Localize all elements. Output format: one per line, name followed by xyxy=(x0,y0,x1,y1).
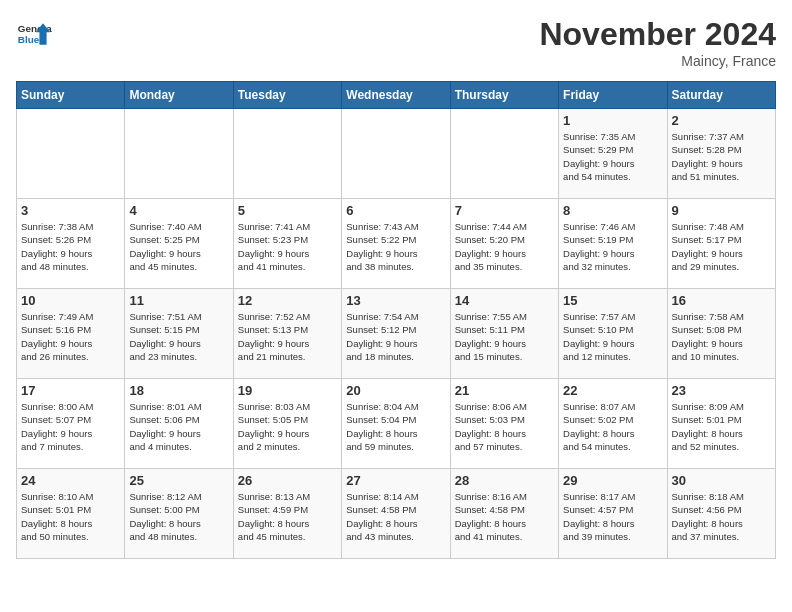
day-info: Sunrise: 8:07 AM Sunset: 5:02 PM Dayligh… xyxy=(563,400,662,453)
day-number: 10 xyxy=(21,293,120,308)
calendar-cell xyxy=(233,109,341,199)
day-info: Sunrise: 7:44 AM Sunset: 5:20 PM Dayligh… xyxy=(455,220,554,273)
day-number: 20 xyxy=(346,383,445,398)
day-number: 3 xyxy=(21,203,120,218)
calendar-cell xyxy=(17,109,125,199)
calendar-cell: 18Sunrise: 8:01 AM Sunset: 5:06 PM Dayli… xyxy=(125,379,233,469)
day-info: Sunrise: 8:01 AM Sunset: 5:06 PM Dayligh… xyxy=(129,400,228,453)
day-number: 17 xyxy=(21,383,120,398)
calendar-cell: 4Sunrise: 7:40 AM Sunset: 5:25 PM Daylig… xyxy=(125,199,233,289)
day-info: Sunrise: 8:04 AM Sunset: 5:04 PM Dayligh… xyxy=(346,400,445,453)
calendar-cell xyxy=(450,109,558,199)
day-number: 4 xyxy=(129,203,228,218)
day-info: Sunrise: 7:43 AM Sunset: 5:22 PM Dayligh… xyxy=(346,220,445,273)
weekday-wednesday: Wednesday xyxy=(342,82,450,109)
day-number: 7 xyxy=(455,203,554,218)
day-number: 21 xyxy=(455,383,554,398)
day-info: Sunrise: 7:48 AM Sunset: 5:17 PM Dayligh… xyxy=(672,220,771,273)
calendar-cell: 23Sunrise: 8:09 AM Sunset: 5:01 PM Dayli… xyxy=(667,379,775,469)
weekday-saturday: Saturday xyxy=(667,82,775,109)
day-number: 24 xyxy=(21,473,120,488)
calendar-cell: 14Sunrise: 7:55 AM Sunset: 5:11 PM Dayli… xyxy=(450,289,558,379)
day-number: 18 xyxy=(129,383,228,398)
day-info: Sunrise: 7:51 AM Sunset: 5:15 PM Dayligh… xyxy=(129,310,228,363)
day-number: 15 xyxy=(563,293,662,308)
day-number: 8 xyxy=(563,203,662,218)
calendar-cell: 3Sunrise: 7:38 AM Sunset: 5:26 PM Daylig… xyxy=(17,199,125,289)
calendar-cell: 29Sunrise: 8:17 AM Sunset: 4:57 PM Dayli… xyxy=(559,469,667,559)
calendar-table: SundayMondayTuesdayWednesdayThursdayFrid… xyxy=(16,81,776,559)
day-number: 19 xyxy=(238,383,337,398)
calendar-cell: 1Sunrise: 7:35 AM Sunset: 5:29 PM Daylig… xyxy=(559,109,667,199)
day-number: 1 xyxy=(563,113,662,128)
day-number: 22 xyxy=(563,383,662,398)
month-title: November 2024 xyxy=(539,16,776,53)
calendar-cell: 19Sunrise: 8:03 AM Sunset: 5:05 PM Dayli… xyxy=(233,379,341,469)
day-number: 11 xyxy=(129,293,228,308)
day-info: Sunrise: 7:49 AM Sunset: 5:16 PM Dayligh… xyxy=(21,310,120,363)
calendar-cell: 13Sunrise: 7:54 AM Sunset: 5:12 PM Dayli… xyxy=(342,289,450,379)
day-info: Sunrise: 8:12 AM Sunset: 5:00 PM Dayligh… xyxy=(129,490,228,543)
location: Maincy, France xyxy=(539,53,776,69)
day-number: 23 xyxy=(672,383,771,398)
calendar-cell: 8Sunrise: 7:46 AM Sunset: 5:19 PM Daylig… xyxy=(559,199,667,289)
day-info: Sunrise: 7:38 AM Sunset: 5:26 PM Dayligh… xyxy=(21,220,120,273)
day-info: Sunrise: 8:13 AM Sunset: 4:59 PM Dayligh… xyxy=(238,490,337,543)
day-info: Sunrise: 7:37 AM Sunset: 5:28 PM Dayligh… xyxy=(672,130,771,183)
calendar-cell: 28Sunrise: 8:16 AM Sunset: 4:58 PM Dayli… xyxy=(450,469,558,559)
calendar-cell: 24Sunrise: 8:10 AM Sunset: 5:01 PM Dayli… xyxy=(17,469,125,559)
day-number: 25 xyxy=(129,473,228,488)
weekday-friday: Friday xyxy=(559,82,667,109)
day-info: Sunrise: 8:17 AM Sunset: 4:57 PM Dayligh… xyxy=(563,490,662,543)
calendar-cell: 11Sunrise: 7:51 AM Sunset: 5:15 PM Dayli… xyxy=(125,289,233,379)
calendar-cell: 26Sunrise: 8:13 AM Sunset: 4:59 PM Dayli… xyxy=(233,469,341,559)
day-info: Sunrise: 7:57 AM Sunset: 5:10 PM Dayligh… xyxy=(563,310,662,363)
calendar-cell: 2Sunrise: 7:37 AM Sunset: 5:28 PM Daylig… xyxy=(667,109,775,199)
weekday-monday: Monday xyxy=(125,82,233,109)
day-number: 26 xyxy=(238,473,337,488)
day-number: 12 xyxy=(238,293,337,308)
weekday-thursday: Thursday xyxy=(450,82,558,109)
day-info: Sunrise: 7:58 AM Sunset: 5:08 PM Dayligh… xyxy=(672,310,771,363)
calendar-cell: 20Sunrise: 8:04 AM Sunset: 5:04 PM Dayli… xyxy=(342,379,450,469)
day-info: Sunrise: 8:00 AM Sunset: 5:07 PM Dayligh… xyxy=(21,400,120,453)
day-info: Sunrise: 7:52 AM Sunset: 5:13 PM Dayligh… xyxy=(238,310,337,363)
calendar-body: 1Sunrise: 7:35 AM Sunset: 5:29 PM Daylig… xyxy=(17,109,776,559)
title-block: November 2024 Maincy, France xyxy=(539,16,776,69)
calendar-week-5: 24Sunrise: 8:10 AM Sunset: 5:01 PM Dayli… xyxy=(17,469,776,559)
day-info: Sunrise: 7:41 AM Sunset: 5:23 PM Dayligh… xyxy=(238,220,337,273)
day-number: 2 xyxy=(672,113,771,128)
day-info: Sunrise: 8:03 AM Sunset: 5:05 PM Dayligh… xyxy=(238,400,337,453)
day-info: Sunrise: 7:35 AM Sunset: 5:29 PM Dayligh… xyxy=(563,130,662,183)
day-number: 5 xyxy=(238,203,337,218)
day-info: Sunrise: 7:46 AM Sunset: 5:19 PM Dayligh… xyxy=(563,220,662,273)
calendar-cell: 27Sunrise: 8:14 AM Sunset: 4:58 PM Dayli… xyxy=(342,469,450,559)
weekday-header-row: SundayMondayTuesdayWednesdayThursdayFrid… xyxy=(17,82,776,109)
day-info: Sunrise: 8:18 AM Sunset: 4:56 PM Dayligh… xyxy=(672,490,771,543)
calendar-cell: 17Sunrise: 8:00 AM Sunset: 5:07 PM Dayli… xyxy=(17,379,125,469)
day-number: 14 xyxy=(455,293,554,308)
weekday-tuesday: Tuesday xyxy=(233,82,341,109)
calendar-cell: 30Sunrise: 8:18 AM Sunset: 4:56 PM Dayli… xyxy=(667,469,775,559)
calendar-week-2: 3Sunrise: 7:38 AM Sunset: 5:26 PM Daylig… xyxy=(17,199,776,289)
day-info: Sunrise: 8:09 AM Sunset: 5:01 PM Dayligh… xyxy=(672,400,771,453)
calendar-cell: 16Sunrise: 7:58 AM Sunset: 5:08 PM Dayli… xyxy=(667,289,775,379)
day-info: Sunrise: 8:16 AM Sunset: 4:58 PM Dayligh… xyxy=(455,490,554,543)
calendar-cell: 15Sunrise: 7:57 AM Sunset: 5:10 PM Dayli… xyxy=(559,289,667,379)
day-info: Sunrise: 8:06 AM Sunset: 5:03 PM Dayligh… xyxy=(455,400,554,453)
day-info: Sunrise: 8:10 AM Sunset: 5:01 PM Dayligh… xyxy=(21,490,120,543)
logo: General Blue xyxy=(16,16,52,52)
calendar-cell: 6Sunrise: 7:43 AM Sunset: 5:22 PM Daylig… xyxy=(342,199,450,289)
day-number: 16 xyxy=(672,293,771,308)
day-info: Sunrise: 7:55 AM Sunset: 5:11 PM Dayligh… xyxy=(455,310,554,363)
day-number: 6 xyxy=(346,203,445,218)
calendar-cell: 25Sunrise: 8:12 AM Sunset: 5:00 PM Dayli… xyxy=(125,469,233,559)
day-info: Sunrise: 8:14 AM Sunset: 4:58 PM Dayligh… xyxy=(346,490,445,543)
calendar-cell: 9Sunrise: 7:48 AM Sunset: 5:17 PM Daylig… xyxy=(667,199,775,289)
day-number: 9 xyxy=(672,203,771,218)
page-header: General Blue November 2024 Maincy, Franc… xyxy=(16,16,776,69)
calendar-cell: 21Sunrise: 8:06 AM Sunset: 5:03 PM Dayli… xyxy=(450,379,558,469)
day-number: 13 xyxy=(346,293,445,308)
calendar-cell: 10Sunrise: 7:49 AM Sunset: 5:16 PM Dayli… xyxy=(17,289,125,379)
calendar-week-4: 17Sunrise: 8:00 AM Sunset: 5:07 PM Dayli… xyxy=(17,379,776,469)
